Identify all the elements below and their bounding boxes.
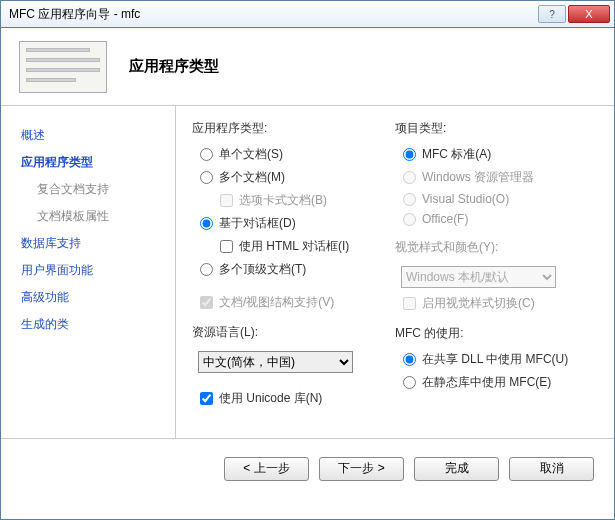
radio-multi-doc[interactable]: 多个文档(M) bbox=[192, 166, 395, 189]
footer: < 上一步 下一步 > 完成 取消 bbox=[1, 438, 614, 498]
titlebar: MFC 应用程序向导 - mfc ? X bbox=[0, 0, 615, 28]
nav-ui-features[interactable]: 用户界面功能 bbox=[17, 257, 167, 284]
radio-mfc-shared[interactable]: 在共享 DLL 中使用 MFC(U) bbox=[395, 348, 598, 371]
prev-button[interactable]: < 上一步 bbox=[224, 457, 309, 481]
check-unicode[interactable]: 使用 Unicode 库(N) bbox=[192, 387, 395, 410]
content: 概述 应用程序类型 复合文档支持 文档模板属性 数据库支持 用户界面功能 高级功… bbox=[1, 106, 614, 438]
visual-style-select: Windows 本机/默认 bbox=[401, 266, 556, 288]
nav-app-type[interactable]: 应用程序类型 bbox=[17, 149, 167, 176]
radio-office: Office(F) bbox=[395, 209, 598, 229]
help-button[interactable]: ? bbox=[538, 5, 566, 23]
wizard-icon bbox=[19, 41, 107, 93]
main-panel: 应用程序类型: 单个文档(S) 多个文档(M) 选项卡式文档(B) 基于对话框(… bbox=[176, 106, 614, 438]
radio-visual-studio: Visual Studio(O) bbox=[395, 189, 598, 209]
next-button[interactable]: 下一步 > bbox=[319, 457, 404, 481]
page-title: 应用程序类型 bbox=[129, 57, 219, 76]
radio-mfc-static[interactable]: 在静态库中使用 MFC(E) bbox=[395, 371, 598, 394]
finish-button[interactable]: 完成 bbox=[414, 457, 499, 481]
nav-database[interactable]: 数据库支持 bbox=[17, 230, 167, 257]
window-title: MFC 应用程序向导 - mfc bbox=[5, 6, 536, 23]
res-lang-select[interactable]: 中文(简体，中国) bbox=[198, 351, 353, 373]
close-button[interactable]: X bbox=[568, 5, 610, 23]
nav-advanced[interactable]: 高级功能 bbox=[17, 284, 167, 311]
check-doc-view: 文档/视图结构支持(V) bbox=[192, 291, 395, 314]
cancel-button[interactable]: 取消 bbox=[509, 457, 594, 481]
radio-win-explorer: Windows 资源管理器 bbox=[395, 166, 598, 189]
proj-type-label: 项目类型: bbox=[395, 120, 598, 137]
res-lang-label: 资源语言(L): bbox=[192, 324, 395, 341]
radio-single-doc[interactable]: 单个文档(S) bbox=[192, 143, 395, 166]
radio-dialog[interactable]: 基于对话框(D) bbox=[192, 212, 395, 235]
check-tabbed-doc: 选项卡式文档(B) bbox=[192, 189, 395, 212]
app-type-label: 应用程序类型: bbox=[192, 120, 395, 137]
nav-generated[interactable]: 生成的类 bbox=[17, 311, 167, 338]
mfc-use-label: MFC 的使用: bbox=[395, 325, 598, 342]
check-visual-switch: 启用视觉样式切换(C) bbox=[395, 292, 598, 315]
nav-sidebar: 概述 应用程序类型 复合文档支持 文档模板属性 数据库支持 用户界面功能 高级功… bbox=[1, 106, 176, 438]
header: 应用程序类型 bbox=[1, 28, 614, 106]
nav-doc-template[interactable]: 文档模板属性 bbox=[17, 203, 167, 230]
check-html-dialog[interactable]: 使用 HTML 对话框(I) bbox=[192, 235, 395, 258]
left-column: 应用程序类型: 单个文档(S) 多个文档(M) 选项卡式文档(B) 基于对话框(… bbox=[192, 120, 395, 424]
visual-style-label: 视觉样式和颜色(Y): bbox=[395, 239, 598, 256]
radio-mfc-std[interactable]: MFC 标准(A) bbox=[395, 143, 598, 166]
window-body: 应用程序类型 概述 应用程序类型 复合文档支持 文档模板属性 数据库支持 用户界… bbox=[0, 28, 615, 520]
right-column: 项目类型: MFC 标准(A) Windows 资源管理器 Visual Stu… bbox=[395, 120, 598, 424]
nav-overview[interactable]: 概述 bbox=[17, 122, 167, 149]
nav-compound-doc[interactable]: 复合文档支持 bbox=[17, 176, 167, 203]
radio-multi-top[interactable]: 多个顶级文档(T) bbox=[192, 258, 395, 281]
